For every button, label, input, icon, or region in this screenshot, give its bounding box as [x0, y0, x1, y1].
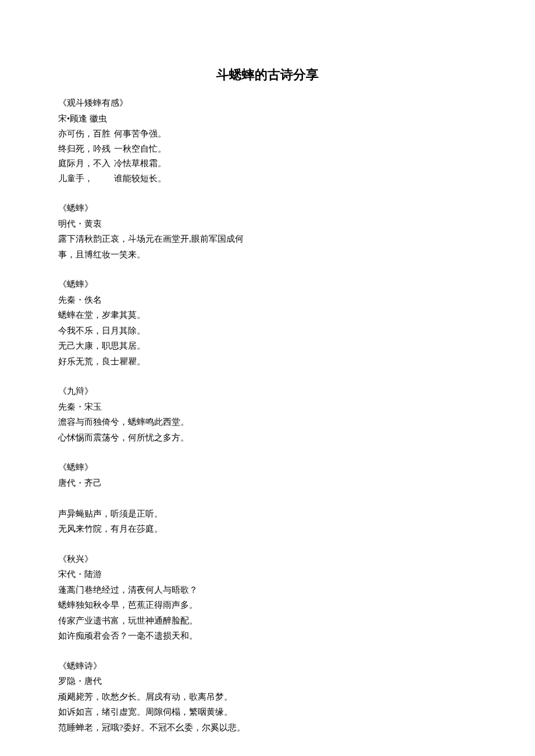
poem-title: 《蟋蟀》	[58, 201, 477, 216]
poem-line: 一秋空自忙。	[114, 142, 166, 157]
poem-title: 《九辩》	[58, 384, 477, 399]
poem-body: 亦可伤，百胜 终归死，吟残 庭际月，不入 儿童手， 何事苦争强。 一秋空自忙。 …	[58, 127, 477, 186]
poem-line: 终归死，吟残	[58, 142, 110, 157]
poem-title: 《蟋蟀》	[58, 277, 477, 292]
poem-author: 先秦・佚名	[58, 293, 477, 308]
poem-line: 心怵惕而震荡兮，何所忧之多方。	[58, 431, 477, 446]
poem-author: 宋代・陆游	[58, 567, 477, 582]
poem-line: 庭际月，不入	[58, 156, 110, 171]
poem-line: 蟋蟀在堂，岁聿其莫。	[58, 308, 477, 323]
poem-line: 何事苦争强。	[114, 127, 166, 142]
poem-title: 《观斗矮蟀有感》	[58, 96, 477, 111]
poem-title: 《蟋蟀诗》	[58, 659, 477, 674]
poem-line: 蓬蒿门巷绝经过，清夜何人与晤歌？	[58, 583, 477, 598]
poem-line: 蟋蟀独知秋令早，芭蕉正得雨声多。	[58, 598, 477, 613]
poem-line: 今我不乐，日月其除。	[58, 324, 477, 339]
poem-author: 明代・黄衷	[58, 217, 477, 232]
poem-col-left: 亦可伤，百胜 终归死，吟残 庭际月，不入 儿童手，	[58, 127, 110, 186]
poem-line: 事，且博红妆一笑来。	[58, 248, 477, 263]
poem-title: 《秋兴》	[58, 552, 477, 567]
poem-line: 顽飓毙芳，吹愁夕长。屑戍有动，歌离吊梦。	[58, 690, 477, 705]
poem-line: 声异蝇贴声，听须是正听。	[58, 507, 477, 522]
poem-line: 冷怯草根霜。	[114, 156, 166, 171]
poem-line: 如诉如言，绪引虚宽。周隙伺榻，繁咽黄缘。	[58, 705, 477, 720]
poem-block: 《秋兴》 宋代・陆游 蓬蒿门巷绝经过，清夜何人与晤歌？ 蟋蟀独知秋令早，芭蕉正得…	[58, 552, 477, 644]
poem-line: 儿童手，	[58, 171, 110, 187]
poem-block: 《九辩》 先秦・宋玉 澹容与而独倚兮，蟋蟀鸣此西堂。 心怵惕而震荡兮，何所忧之多…	[58, 384, 477, 445]
poem-line: 露下清秋韵正哀，斗场元在画堂开,眼前军国成何	[58, 232, 477, 247]
poem-author: 先秦・宋玉	[58, 400, 477, 415]
poem-block: 《蟋蟀》 明代・黄衷 露下清秋韵正哀，斗场元在画堂开,眼前军国成何 事，且博红妆…	[58, 201, 477, 262]
poem-line: 好乐无荒，良士瞿瞿。	[58, 354, 477, 370]
poem-block: 《蟋蟀》 先秦・佚名 蟋蟀在堂，岁聿其莫。 今我不乐，日月其除。 无己大康，职思…	[58, 277, 477, 369]
poem-line: 传家产业遗书富，玩世神通醉脸配。	[58, 614, 477, 629]
poem-line	[58, 491, 477, 506]
poem-block: 《蟋蟀》 唐代・齐己 声异蝇贴声，听须是正听。 无风来竹院，有月在莎庭。	[58, 460, 477, 537]
poem-line: 澹容与而独倚兮，蟋蟀鸣此西堂。	[58, 415, 477, 430]
poem-line: 如许痴顽君会否？一毫不遗损天和。	[58, 629, 477, 644]
poem-line: 无己大康，职思其居。	[58, 339, 477, 354]
poem-block: 《观斗矮蟀有感》 宋•顾逢 徽虫 亦可伤，百胜 终归死，吟残 庭际月，不入 儿童…	[58, 96, 477, 186]
poem-line: 谁能较短长。	[114, 171, 166, 187]
poem-line: 无风来竹院，有月在莎庭。	[58, 522, 477, 537]
poem-block: 《蟋蟀诗》 罗隐・唐代 顽飓毙芳，吹愁夕长。屑戍有动，歌离吊梦。 如诉如言，绪引…	[58, 659, 477, 736]
poem-col-right: 何事苦争强。 一秋空自忙。 冷怯草根霜。 谁能较短长。	[114, 127, 166, 186]
poem-author: 唐代・齐己	[58, 476, 477, 491]
poem-title: 《蟋蟀》	[58, 460, 477, 475]
poem-line: 范睡蝉老，冠哦?委好。不冠不幺委，尔奚以悲。	[58, 721, 477, 736]
poem-author: 罗隐・唐代	[58, 674, 477, 689]
poem-line: 亦可伤，百胜	[58, 127, 110, 142]
page-title: 斗蟋蟀的古诗分享	[58, 64, 477, 85]
poem-author: 宋•顾逢 徽虫	[58, 112, 477, 127]
